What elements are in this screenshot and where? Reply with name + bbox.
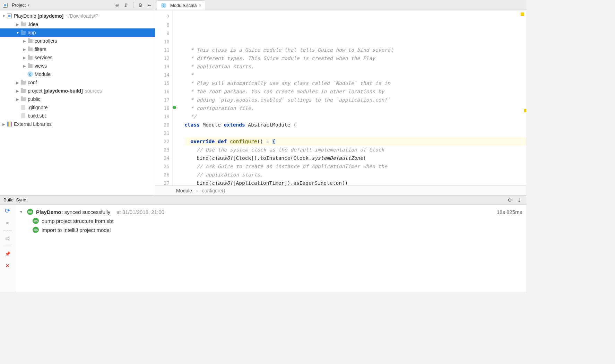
tree-item-app[interactable]: ▼app — [0, 28, 155, 37]
folder-icon — [27, 46, 33, 52]
code-line[interactable]: class Module extends AbstractModule { — [184, 121, 526, 129]
chevron-right-icon[interactable]: ▶ — [15, 81, 20, 85]
gear-icon[interactable]: ⚙ — [137, 2, 144, 9]
chevron-right-icon[interactable]: ▶ — [22, 47, 27, 51]
override-gutter-icon[interactable]: ↑ — [173, 104, 180, 112]
build-panel: Build: Sync ⚙ ⤓ ⟳ ■ ab 📌 ✕ ▼ OK PlayDemo… — [0, 195, 526, 292]
tree-item-project[interactable]: ▶project [playdemo-build]sources — [0, 87, 155, 95]
code-line[interactable]: * application starts. — [184, 62, 526, 71]
tree-root-label: PlayDemo [playdemo] — [14, 13, 63, 19]
tree-item-label: project [playdemo-build] — [28, 88, 83, 94]
download-icon[interactable]: ⤓ — [516, 197, 523, 203]
warning-marker-2[interactable] — [524, 109, 526, 112]
chevron-right-icon[interactable]: ▶ — [15, 89, 20, 93]
tree-item-public[interactable]: ▶public — [0, 95, 155, 103]
build-result-row[interactable]: ▼ OK PlayDemo: synced successfully at 31… — [19, 207, 522, 216]
folder-icon — [20, 79, 26, 86]
module-icon — [6, 13, 12, 19]
tree-root[interactable]: ▼ PlayDemo [playdemo] ~/Downloads/P — [0, 12, 155, 20]
tree-item-label: filters — [35, 46, 46, 52]
sidebar-header: Project ▾ ⊕ ⇵ ⚙ ⇤ — [0, 0, 155, 10]
code-line[interactable]: bind(classOf[Clock]).toInstance(Clock.sy… — [184, 154, 526, 162]
dropdown-icon[interactable]: ▾ — [28, 3, 29, 7]
close-icon[interactable]: × — [199, 3, 201, 8]
tree-item-services[interactable]: ▶services — [0, 53, 155, 62]
code-line[interactable]: * the root package. You can create modul… — [184, 87, 526, 96]
chevron-right-icon[interactable]: ▶ — [15, 97, 20, 101]
build-content: ▼ OK PlayDemo: synced successfully at 31… — [15, 205, 526, 292]
chevron-down-icon[interactable]: ▼ — [15, 31, 20, 35]
code-line[interactable]: * different types. This Guice module is … — [184, 54, 526, 62]
tree-item-conf[interactable]: ▶conf — [0, 78, 155, 87]
code-line[interactable] — [184, 129, 526, 137]
chevron-down-icon[interactable]: ▼ — [19, 210, 24, 214]
folder-icon — [27, 63, 33, 69]
build-step[interactable]: OKimport to IntelliJ project model — [19, 225, 522, 234]
tree-item-filters[interactable]: ▶filters — [0, 45, 155, 53]
collapse-icon[interactable]: ⇵ — [123, 2, 130, 9]
editor-tab-bar: c Module.scala × — [155, 0, 526, 10]
tree-item--idea[interactable]: ▶.idea — [0, 20, 155, 28]
code-line[interactable]: */ — [184, 112, 526, 121]
code-line[interactable]: * — [184, 71, 526, 79]
code-line[interactable]: override def configure() = { — [184, 137, 526, 146]
folder-icon — [20, 21, 26, 27]
pin-icon[interactable]: 📌 — [3, 250, 12, 258]
editor-tab-module[interactable]: c Module.scala × — [157, 0, 205, 10]
breadcrumb-class[interactable]: Module — [176, 188, 192, 193]
code-content[interactable]: * This class is a Guice module that tell… — [180, 10, 526, 185]
code-line[interactable]: * adding `play.modules.enabled` settings… — [184, 96, 526, 104]
stop-icon[interactable]: ■ — [3, 218, 12, 227]
ok-badge: OK — [33, 227, 39, 233]
build-toolbar: ⟳ ■ ab 📌 ✕ — [0, 205, 15, 292]
code-line[interactable]: // Use the system clock as the default i… — [184, 146, 526, 154]
scala-class-icon: c — [27, 71, 33, 77]
tree-item-label: views — [35, 63, 47, 69]
tree-item-label: .gitignore — [28, 105, 48, 110]
ok-badge: OK — [27, 209, 33, 215]
tree-item-controllers[interactable]: ▶controllers — [0, 37, 155, 45]
code-line[interactable]: * configuration file. — [184, 104, 526, 112]
tree-item-label: .idea — [28, 21, 38, 27]
refresh-icon[interactable]: ⟳ — [3, 207, 12, 215]
chevron-down-icon[interactable]: ▼ — [1, 14, 6, 18]
tree-item-label: services — [35, 55, 52, 60]
chevron-right-icon[interactable]: ▶ — [22, 64, 27, 68]
close-icon[interactable]: ✕ — [3, 261, 12, 270]
tree-item-build-sbt[interactable]: build.sbt — [0, 112, 155, 120]
chevron-right-icon[interactable]: ▶ — [1, 122, 6, 126]
tree-item-label: conf — [28, 80, 37, 85]
tree-root-path: ~/Downloads/P — [66, 13, 98, 19]
folder-icon — [20, 88, 26, 94]
chevron-right-icon[interactable]: ▶ — [22, 56, 27, 60]
file-icon — [20, 104, 26, 111]
code-editor[interactable]: 789101112131415161718192021222324252627 … — [155, 10, 526, 185]
build-timestamp: at 31/01/2018, 21:00 — [116, 209, 164, 215]
filter-icon[interactable]: ab — [3, 234, 12, 242]
warning-marker[interactable] — [521, 12, 524, 16]
code-line[interactable]: * Play will automatically use any class … — [184, 79, 526, 87]
tree-item-label: app — [28, 30, 36, 35]
ok-badge: OK — [33, 218, 39, 224]
code-line[interactable]: // application starts. — [184, 171, 526, 179]
locate-icon[interactable]: ⊕ — [114, 2, 121, 9]
code-line[interactable]: // Ask Guice to create an instance of Ap… — [184, 162, 526, 171]
build-step[interactable]: OKdump project structure from sbt — [19, 216, 522, 225]
chevron-right-icon[interactable]: ▶ — [15, 23, 20, 26]
tree-item-module[interactable]: cModule — [0, 70, 155, 78]
editor-area: c Module.scala × 78910111213141516171819… — [155, 0, 526, 195]
hide-icon[interactable]: ⇤ — [146, 2, 153, 9]
gutter-annotations: ↑ — [173, 10, 180, 185]
chevron-right-icon[interactable]: ▶ — [22, 39, 27, 43]
project-tree[interactable]: ▼ PlayDemo [playdemo] ~/Downloads/P ▶.id… — [0, 10, 155, 195]
tree-item--gitignore[interactable]: .gitignore — [0, 103, 155, 112]
gear-icon[interactable]: ⚙ — [506, 197, 513, 203]
external-libraries[interactable]: ▶ External Libraries — [0, 120, 155, 128]
breadcrumb-method[interactable]: configure() — [202, 188, 225, 193]
build-header-label: Build: Sync — [3, 197, 26, 202]
code-line[interactable]: * This class is a Guice module that tell… — [184, 46, 526, 54]
line-gutter: 789101112131415161718192021222324252627 — [155, 10, 173, 185]
code-line[interactable]: bind(classOf[ApplicationTimer]).asEagerS… — [184, 179, 526, 185]
tree-item-label: public — [28, 96, 41, 102]
tree-item-views[interactable]: ▶views — [0, 62, 155, 70]
